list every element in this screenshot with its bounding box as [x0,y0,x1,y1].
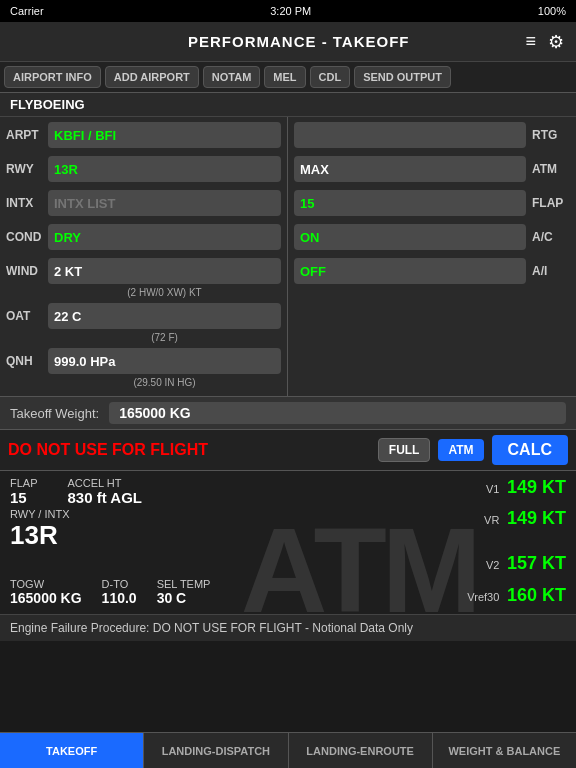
arpt-input[interactable] [48,122,281,148]
tab-mel[interactable]: MEL [264,66,305,88]
form-grid: ARPT RWY INTX COND WIND (2 HW/0 XW) KT O… [0,117,576,397]
tab-weight-balance[interactable]: WEIGHT & BALANCE [433,733,576,768]
ac-input[interactable] [294,224,526,250]
vref30-label: Vref30 [467,591,499,603]
ai-label: A/I [532,264,570,278]
battery-label: 100% [538,5,566,17]
to-row: RTG [294,121,570,149]
max-input[interactable] [294,156,526,182]
flap-input[interactable] [294,190,526,216]
flap-row: FLAP [294,189,570,217]
atm-button[interactable]: ATM [438,439,483,461]
qnh-row: QNH [6,347,281,375]
results-section: ATM FLAP 15 ACCEL HT 830 ft AGL V1 149 K… [0,471,576,614]
wind-row: WIND [6,257,281,285]
arpt-row: ARPT [6,121,281,149]
rtg-label: RTG [532,128,570,142]
ai-row: A/I [294,257,570,285]
full-button[interactable]: FULL [378,438,431,462]
page-title: PERFORMANCE - TAKEOFF [72,33,525,50]
oat-input[interactable] [48,303,281,329]
rwy-label: RWY [6,162,48,176]
wind-label: WIND [6,264,48,278]
tab-takeoff[interactable]: TAKEOFF [0,733,144,768]
v1-value: 149 KT [507,477,566,497]
rwy-row: RWY [6,155,281,183]
v2-value: 157 KT [507,553,566,573]
vr-label: VR [484,514,499,526]
sel-temp-label: SEL TEMP [157,578,211,590]
sel-temp-value: 30 C [157,590,211,606]
settings-icon[interactable]: ⚙ [548,31,564,53]
tab-notam[interactable]: NOTAM [203,66,261,88]
v1-label: V1 [486,483,499,495]
tab-send-output[interactable]: SEND OUTPUT [354,66,451,88]
tab-landing-dispatch[interactable]: LANDING-DISPATCH [144,733,288,768]
flap-label: FLAP [532,196,570,210]
results-flap-label: FLAP [10,477,38,489]
status-bar: Carrier 3:20 PM 100% [0,0,576,22]
dto-label: D-TO [102,578,137,590]
menu-icon[interactable]: ≡ [525,31,536,52]
rwy-intx-block: RWY / INTX 13R [10,508,70,551]
accel-ht-value: 830 ft AGL [68,489,142,506]
results-flap-value: 15 [10,489,38,506]
sel-temp-block: SEL TEMP 30 C [157,578,211,606]
engine-failure: Engine Failure Procedure: DO NOT USE FOR… [0,614,576,641]
qnh-sub: (29.50 IN HG) [6,377,281,388]
tab-landing-enroute[interactable]: LANDING-ENROUTE [289,733,433,768]
intx-row: INTX [6,189,281,217]
carrier-label: Carrier [10,5,44,17]
tab-add-airport[interactable]: ADD AIRPORT [105,66,199,88]
flyboeing-label: FLYBOEING [10,97,85,112]
tab-airport-info[interactable]: AIRPORT INFO [4,66,101,88]
form-left: ARPT RWY INTX COND WIND (2 HW/0 XW) KT O… [0,117,288,396]
qnh-input[interactable] [48,348,281,374]
rwy-intx-value: 13R [10,520,70,551]
title-bar: PERFORMANCE - TAKEOFF ≡ ⚙ [0,22,576,62]
form-right: RTG ATM FLAP A/C A/I [288,117,576,396]
cond-input[interactable] [48,224,281,250]
warning-text: DO NOT USE FOR FLIGHT [8,441,370,459]
vr-value: 149 KT [507,508,566,528]
bottom-tabs: TAKEOFF LANDING-DISPATCH LANDING-ENROUTE… [0,732,576,768]
nav-tabs: AIRPORT INFO ADD AIRPORT NOTAM MEL CDL S… [0,62,576,93]
intx-input[interactable] [48,190,281,216]
calc-button[interactable]: CALC [492,435,568,465]
cond-label: COND [6,230,48,244]
tab-cdl[interactable]: CDL [310,66,351,88]
warning-row: DO NOT USE FOR FLIGHT FULL ATM CALC [0,430,576,471]
oat-row: OAT [6,302,281,330]
to-input[interactable] [294,122,526,148]
intx-label: INTX [6,196,48,210]
qnh-label: QNH [6,354,48,368]
arpt-label: ARPT [6,128,48,142]
oat-label: OAT [6,309,48,323]
atm-label: ATM [532,162,570,176]
takeoff-weight-row: Takeoff Weight: 165000 KG [0,397,576,430]
cond-row: COND [6,223,281,251]
ac-row: A/C [294,223,570,251]
ai-input[interactable] [294,258,526,284]
results-flap: FLAP 15 [10,477,38,506]
ac-label: A/C [532,230,570,244]
rwy-input[interactable] [48,156,281,182]
togw-value: 165000 KG [10,590,82,606]
flyboeing-header: FLYBOEING [0,93,576,117]
rwy-intx-label: RWY / INTX [10,508,70,520]
dto-value: 110.0 [102,590,137,606]
togw-block: TOGW 165000 KG [10,578,82,606]
togw-label: TOGW [10,578,82,590]
engine-failure-text: Engine Failure Procedure: DO NOT USE FOR… [10,621,413,635]
tw-value: 165000 KG [109,402,566,424]
time-label: 3:20 PM [44,5,538,17]
tw-label: Takeoff Weight: [10,406,99,421]
results-accel-ht: ACCEL HT 830 ft AGL [68,477,142,506]
oat-sub: (72 F) [6,332,281,343]
wind-sub: (2 HW/0 XW) KT [6,287,281,298]
v2-label: V2 [486,559,499,571]
wind-input[interactable] [48,258,281,284]
max-row: ATM [294,155,570,183]
accel-ht-label: ACCEL HT [68,477,142,489]
dto-block: D-TO 110.0 [102,578,137,606]
